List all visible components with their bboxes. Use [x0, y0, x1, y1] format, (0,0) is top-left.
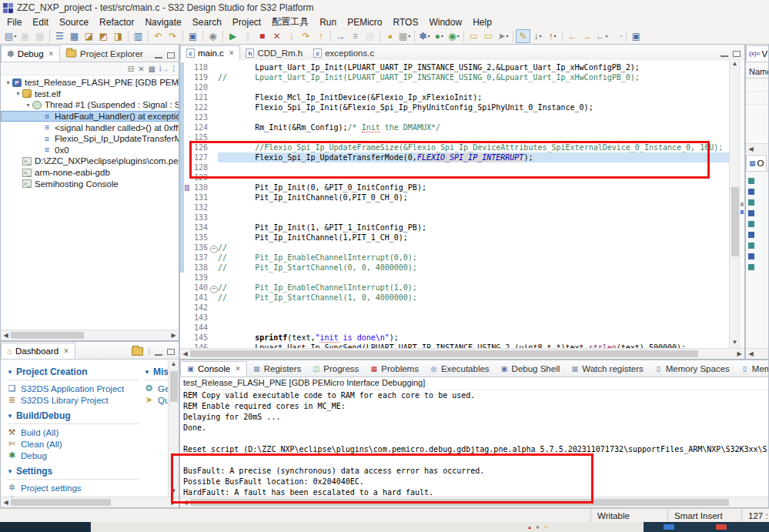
- tab-debug[interactable]: ✽Debug✕: [1, 45, 60, 62]
- debug-tree-item[interactable]: ≡<signal handler called>() at 0xfffff: [1, 122, 179, 133]
- view-menu-icon[interactable]: ⁞: [172, 65, 175, 73]
- tab-registers[interactable]: ▦Registers: [247, 361, 307, 376]
- menu-item-3[interactable]: Refactor: [94, 17, 139, 28]
- chevron-down-icon[interactable]: ▾: [24, 102, 32, 109]
- dropdown-arrow-icon[interactable]: ▾: [14, 29, 16, 43]
- chevron-down-icon[interactable]: ▼: [7, 369, 13, 376]
- code-text[interactable]: Flexio_Spi_Ip_UpdateTransferMode(0,FLEXI…: [218, 152, 729, 162]
- menu-item-4[interactable]: Navigate: [139, 17, 186, 28]
- dashboard-section-title[interactable]: ▼Build/Debug: [7, 410, 139, 421]
- code-line[interactable]: 131 Pit_Ip_InitChannel(0,PIT_0_CH_0);: [180, 192, 729, 202]
- code-line[interactable]: 144: [180, 323, 729, 333]
- code-line[interactable]: 132: [180, 202, 729, 212]
- scroll-left-icon[interactable]: ◀: [746, 146, 756, 152]
- scroll-thumb[interactable]: [190, 350, 698, 357]
- dashboard-link[interactable]: ⚒Build (All): [7, 427, 139, 438]
- maximize-icon[interactable]: [167, 349, 175, 355]
- code-line[interactable]: 119// Lpuart_Uart_Ip_Init(LPUART_UART_IP…: [180, 72, 729, 82]
- toolbar-instruction-stepping-button[interactable]: ≡: [348, 29, 363, 43]
- minimize-icon[interactable]: [155, 56, 162, 59]
- dashboard-section-title[interactable]: ▼Settings: [7, 466, 139, 477]
- dashboard-hscrollbar[interactable]: ◀ ▶: [1, 497, 179, 507]
- toolbar-search-button[interactable]: ◉: [206, 29, 220, 43]
- toolbar-terminate-button[interactable]: ■: [255, 29, 269, 43]
- dropdown-arrow-icon[interactable]: ▾: [539, 29, 541, 43]
- code-text[interactable]: // Pit_Ip_StartChannel(1, 0, 4000000);: [218, 293, 729, 303]
- outline-item[interactable]: [746, 240, 768, 251]
- debug-tree-item[interactable]: ≡HardFault_Handler() at exceptions: [1, 111, 179, 122]
- remove-all-terminated-icon[interactable]: ✕: [138, 65, 144, 73]
- taskbar-icon[interactable]: ●: [536, 522, 540, 532]
- menu-item-0[interactable]: File: [2, 17, 27, 28]
- menu-item-5[interactable]: Search: [187, 17, 227, 28]
- scroll-right-icon[interactable]: ▶: [169, 332, 179, 339]
- code-line[interactable]: 129: [180, 172, 729, 182]
- code-text[interactable]: sprintf(text,"init is done\n");: [218, 333, 729, 343]
- dashboard-link[interactable]: ≣S32DS Library Project: [7, 394, 139, 406]
- editor-hscrollbar[interactable]: ◀ ▶: [180, 348, 744, 359]
- scroll-thumb[interactable]: [11, 499, 111, 506]
- toolbar-run-config-button[interactable]: ●▾: [432, 29, 446, 43]
- dashboard-section-title[interactable]: ▼Project Creation: [7, 366, 139, 377]
- occurrence-marker[interactable]: [741, 202, 744, 206]
- code-line[interactable]: 128: [180, 162, 729, 172]
- toolbar-step-over-button[interactable]: ↷: [299, 29, 313, 43]
- tab-CDD_Rm-h[interactable]: hCDD_Rm.h: [240, 45, 308, 60]
- code-text[interactable]: Pit_Ip_Init(1, &PIT_1_InitConfig_PB);: [218, 223, 729, 233]
- debug-hscrollbar[interactable]: ◀ ▶: [1, 330, 179, 340]
- toolbar-resume-button[interactable]: ▶: [226, 29, 240, 43]
- tab-variables[interactable]: (x)= V: [746, 45, 769, 62]
- code-line[interactable]: 130 Pit_Ip_Init(0, &PIT_0_InitConfig_PB)…: [180, 182, 729, 192]
- toolbar-config-tools-button[interactable]: ▥: [131, 29, 145, 43]
- taskbar-start-area[interactable]: [0, 522, 89, 532]
- dropdown-arrow-icon[interactable]: ▾: [507, 29, 509, 43]
- outline-item[interactable]: [746, 186, 768, 197]
- menu-item-6[interactable]: Project: [227, 17, 266, 28]
- minimize-icon[interactable]: [155, 353, 162, 356]
- toolbar-undo-button[interactable]: ↶: [151, 29, 166, 43]
- dropdown-arrow-icon[interactable]: ▾: [428, 29, 430, 43]
- occurrence-marker[interactable]: [741, 210, 744, 214]
- maximize-icon[interactable]: [167, 52, 175, 59]
- toolbar-flash-programmer-button[interactable]: ☰: [52, 29, 67, 43]
- chevron-down-icon[interactable]: ▼: [7, 413, 13, 420]
- toolbar-view-chart-button[interactable]: ▦▾: [397, 29, 412, 43]
- toolbar-update-code-button[interactable]: ◪: [82, 29, 96, 43]
- outline-item[interactable]: [746, 251, 768, 262]
- chevron-down-icon[interactable]: ▼: [7, 468, 13, 475]
- code-text[interactable]: Pit_Ip_InitChannel(1,PIT_1_CH_0);: [218, 233, 729, 243]
- code-line[interactable]: 142: [180, 303, 729, 313]
- code-text[interactable]: [218, 273, 729, 283]
- toolbar-external-tools-button[interactable]: ➤▾: [496, 29, 510, 43]
- code-text[interactable]: // Pit_Ip_EnableChannelInterrupt(0,0);: [218, 253, 729, 263]
- code-text[interactable]: [218, 303, 729, 313]
- scroll-left-icon[interactable]: ◀: [1, 499, 11, 506]
- variables-row[interactable]: [746, 92, 768, 105]
- scroll-left-icon[interactable]: ◀: [180, 350, 190, 357]
- code-line[interactable]: 138// Pit_Ip_StartChannel(0, 0, 4000000)…: [180, 263, 729, 273]
- show-debug-info-icon[interactable]: i→: [159, 65, 169, 73]
- code-line[interactable]: 118 Lpuart_Uart_Ip_Init(LPUART_UART_IP_I…: [180, 62, 729, 72]
- tab-outline[interactable]: ▦ O: [746, 155, 767, 171]
- toolbar-mark-occurrences-button[interactable]: ✎: [516, 29, 530, 43]
- code-line[interactable]: 126 //Flexio_Spi_Ip_UpdateFrameSize(&Fle…: [180, 142, 729, 152]
- code-line[interactable]: 123: [180, 112, 729, 122]
- outline-item[interactable]: [746, 262, 768, 273]
- code-text[interactable]: Pit_Ip_Init(0, &PIT_0_InitConfig_PB);: [218, 182, 729, 192]
- scroll-up-icon[interactable]: ▲: [169, 360, 179, 370]
- code-text[interactable]: [218, 162, 729, 172]
- code-line[interactable]: 124 Rm_Init(&Rm_Config);/* Init the DMAM…: [180, 122, 729, 132]
- scroll-thumb[interactable]: [170, 371, 178, 402]
- chevron-down-icon[interactable]: ▾: [4, 79, 12, 86]
- tab-dashboard[interactable]: ⌂ Dashboard ✕: [1, 343, 75, 359]
- code-text[interactable]: [218, 112, 729, 122]
- toolbar-profile-config-button[interactable]: ◉▾: [446, 29, 461, 43]
- chevron-down-icon[interactable]: ▼: [144, 369, 150, 376]
- debug-tree-item[interactable]: >_D:\ZZC_NXP\eclipse\plugins\com.pemi: [1, 156, 179, 167]
- tab-console[interactable]: ▣Console✕: [180, 361, 247, 376]
- menu-item-2[interactable]: Source: [54, 17, 94, 28]
- scroll-right-icon[interactable]: ▶: [169, 499, 179, 506]
- debug-tree-item[interactable]: ▾test.elf: [1, 89, 179, 100]
- toolbar-terminal-button[interactable]: ▣: [186, 29, 200, 43]
- code-line[interactable]: 135 Pit_Ip_InitChannel(1,PIT_1_CH_0);: [180, 233, 729, 243]
